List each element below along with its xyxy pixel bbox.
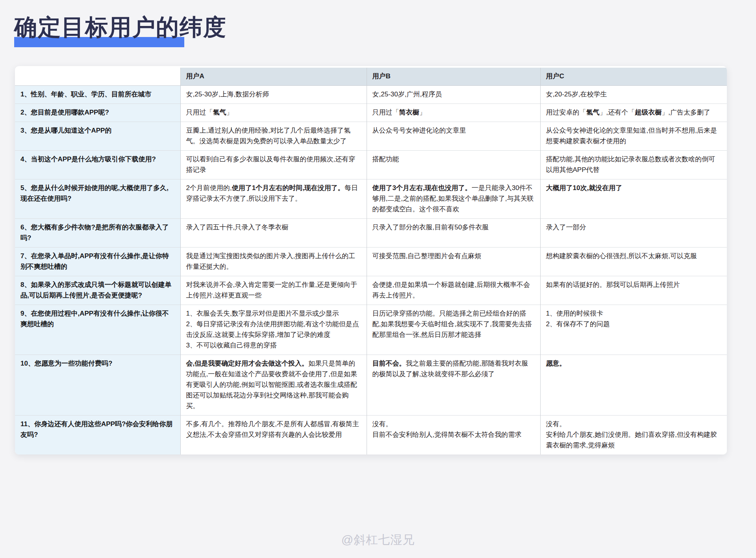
answer-cell-user-b: 搭配功能: [367, 151, 540, 179]
table-body: 1、性别、年龄、职业、学历、目前所在城市女,25-30岁,上海,数据分析师女,2…: [15, 86, 727, 455]
table-row: 7、在您录入单品时,APP有没有什么操作,是让你特别不爽想吐槽的我是通过淘宝搜图…: [15, 248, 727, 276]
header-row: 用户A 用户B 用户C: [15, 68, 727, 86]
column-header-user-a: 用户A: [180, 68, 367, 86]
question-cell: 5、您是从什么时候开始使用的呢,大概使用了多久,现在还在使用吗?: [15, 179, 180, 219]
answer-cell-user-a: 2个月前使用的,使用了1个月左右的时间,现在没用了。每日穿搭记录太不方便了,所以…: [180, 179, 367, 219]
answer-cell-user-a: 录入了四五十件,只录入了冬季衣橱: [180, 219, 367, 248]
answer-cell-user-a: 女,25-30岁,上海,数据分析师: [180, 86, 367, 104]
question-cell: 2、您目前是使用哪款APP呢?: [15, 104, 180, 122]
answer-cell-user-c: 大概用了10次,就没在用了: [540, 179, 727, 219]
question-cell: 6、您大概有多少件衣物?是把所有的衣服都录入了吗?: [15, 219, 180, 248]
answer-cell-user-a: 1、衣服会丢失,数字显示对但是图片不显示或少显示 2、每日穿搭记录没有办法使用拼…: [180, 305, 367, 355]
question-cell: 11、你身边还有人使用这些APP吗?你会安利给你朋友吗?: [15, 416, 180, 455]
table-row: 4、当初这个APP是什么地方吸引你下载使用?可以看到自己有多少衣服以及每件衣服的…: [15, 151, 727, 179]
answer-cell-user-c: 如果有的话挺好的。那我可以后期再上传照片: [540, 276, 727, 305]
answer-cell-user-b: 会便捷,但是如果填一个标题就创建,后期很大概率不会再去上传照片。: [367, 276, 540, 305]
page-header: 确定目标用户的纬度: [14, 13, 290, 53]
answer-cell-user-a: 会,但是我要确定好用才会去做这个投入。如果只是简单的功能点,一般在知道这个产品要…: [180, 355, 367, 416]
answer-cell-user-c: 1、使用的时候很卡 2、有保存不了的问题: [540, 305, 727, 355]
question-cell: 10、您愿意为一些功能付费吗?: [15, 355, 180, 416]
table-row: 6、您大概有多少件衣物?是把所有的衣服都录入了吗?录入了四五十件,只录入了冬季衣…: [15, 219, 727, 248]
answer-cell-user-b: 可接受范围,自己整理图片会有点麻烦: [367, 248, 540, 276]
answer-cell-user-a: 豆瓣上,通过别人的使用经验,对比了几个后最终选择了氢气。没选简衣橱是因为免费的可…: [180, 122, 367, 151]
table-row: 10、您愿意为一些功能付费吗?会,但是我要确定好用才会去做这个投入。如果只是简单…: [15, 355, 727, 416]
interview-table: 用户A 用户B 用户C 1、性别、年龄、职业、学历、目前所在城市女,25-30岁…: [15, 68, 727, 455]
question-cell: 1、性别、年龄、职业、学历、目前所在城市: [15, 86, 180, 104]
column-header-user-c: 用户C: [540, 68, 727, 86]
answer-cell-user-b: 使用了3个月左右,现在也没用了。一是只能录入30件不够用,二是,之前的搭配,如果…: [367, 179, 540, 219]
interview-table-container: 用户A 用户B 用户C 1、性别、年龄、职业、学历、目前所在城市女,25-30岁…: [15, 66, 727, 455]
answer-cell-user-c: 录入了一部分: [540, 219, 727, 248]
table-row: 11、你身边还有人使用这些APP吗?你会安利给你朋友吗?不多,有几个。推荐给几个…: [15, 416, 727, 455]
answer-cell-user-b: 目前不会。我之前最主要的搭配功能,那随着我对衣服的极简以及了解,这块就变得不那么…: [367, 355, 540, 416]
answer-cell-user-b: 从公众号号女神进化论的文章里: [367, 122, 540, 151]
corner-cell: [15, 68, 180, 86]
question-cell: 3、您是从哪儿知道这个APP的: [15, 122, 180, 151]
table-row: 1、性别、年龄、职业、学历、目前所在城市女,25-30岁,上海,数据分析师女,2…: [15, 86, 727, 104]
page: { "page": { "title": "确定目标用户的纬度", "water…: [0, 0, 756, 558]
answer-cell-user-c: 女,20-25岁,在校学生: [540, 86, 727, 104]
answer-cell-user-c: 用过安卓的「氢气」,还有个「超级衣橱」,广告太多删了: [540, 104, 727, 122]
answer-cell-user-b: 女,25-30岁,广州,程序员: [367, 86, 540, 104]
question-cell: 8、如果录入的形式改成只填一个标题就可以创建单品,可以后期再上传照片,是否会更便…: [15, 276, 180, 305]
answer-cell-user-b: 只用过「简衣橱」: [367, 104, 540, 122]
table-row: 3、您是从哪儿知道这个APP的豆瓣上,通过别人的使用经验,对比了几个后最终选择了…: [15, 122, 727, 151]
table-row: 8、如果录入的形式改成只填一个标题就可以创建单品,可以后期再上传照片,是否会更便…: [15, 276, 727, 305]
table-row: 9、在您使用过程中,APP有没有什么操作,让你很不爽想吐槽的1、衣服会丢失,数字…: [15, 305, 727, 355]
answer-cell-user-a: 可以看到自己有多少衣服以及每件衣服的使用频次,还有穿搭记录: [180, 151, 367, 179]
table-header: 用户A 用户B 用户C: [15, 68, 727, 86]
answer-cell-user-c: 搭配功能,其他的功能比如记录衣服总数或者次数啥的倒可以用其他APP代替: [540, 151, 727, 179]
answer-cell-user-b: 没有。 目前不会安利给别人,觉得简衣橱不太符合我的需求: [367, 416, 540, 455]
answer-cell-user-c: 从公众号女神进化论的文章里知道,但当时并不想用,后来是想要构建胶囊衣橱才使用的: [540, 122, 727, 151]
question-cell: 7、在您录入单品时,APP有没有什么操作,是让你特别不爽想吐槽的: [15, 248, 180, 276]
answer-cell-user-a: 只用过「氢气」: [180, 104, 367, 122]
column-header-user-b: 用户B: [367, 68, 540, 86]
answer-cell-user-a: 不多,有几个。推荐给几个朋友,不是所有人都感冒,有极简主义想法,不太会穿搭但又对…: [180, 416, 367, 455]
answer-cell-user-a: 我是通过淘宝搜图找类似的图片录入,搜图再上传什么的工作量还挺大的。: [180, 248, 367, 276]
table-row: 5、您是从什么时候开始使用的呢,大概使用了多久,现在还在使用吗?2个月前使用的,…: [15, 179, 727, 219]
table-row: 2、您目前是使用哪款APP呢?只用过「氢气」只用过「简衣橱」用过安卓的「氢气」,…: [15, 104, 727, 122]
answer-cell-user-c: 愿意。: [540, 355, 727, 416]
answer-cell-user-b: 只录入了部分的衣服,目前有50多件衣服: [367, 219, 540, 248]
answer-cell-user-a: 对我来说并不会,录入肯定需要一定的工作量,还是更倾向于上传照片,这样更直观一些: [180, 276, 367, 305]
question-cell: 9、在您使用过程中,APP有没有什么操作,让你很不爽想吐槽的: [15, 305, 180, 355]
watermark: @斜杠七湿兄: [0, 532, 756, 548]
question-cell: 4、当初这个APP是什么地方吸引你下载使用?: [15, 151, 180, 179]
answer-cell-user-c: 没有。 安利给几个朋友,她们没使用。她们喜欢穿搭,但没有构建胶囊衣橱的需求,觉得…: [540, 416, 727, 455]
page-title: 确定目标用户的纬度: [14, 13, 290, 41]
answer-cell-user-b: 日历记录穿搭的功能。只能选择之前已经组合好的搭配,如果我想要今天临时组合,就实现…: [367, 305, 540, 355]
answer-cell-user-c: 想构建胶囊衣橱的心很强烈,所以不太麻烦,可以克服: [540, 248, 727, 276]
